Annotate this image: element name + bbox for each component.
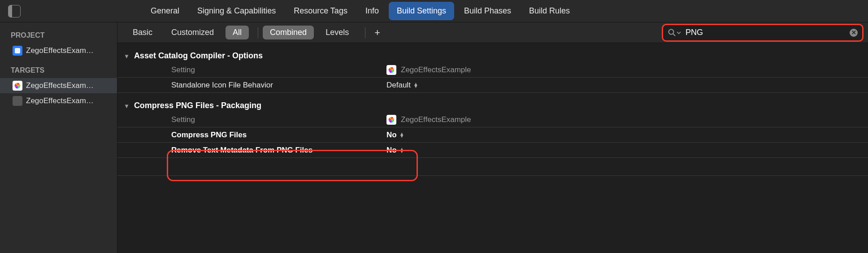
filter-all[interactable]: All (226, 26, 249, 39)
settings-section: ▼ Asset Catalog Compiler - Options Setti… (117, 43, 868, 93)
section-title: Asset Catalog Compiler - Options (134, 51, 263, 61)
panel-toggle-icon[interactable] (8, 5, 21, 17)
search-icon (668, 28, 681, 37)
settings-section: ▼ Compress PNG Files - Packaging Setting (117, 93, 868, 176)
tab-signing[interactable]: Signing & Capabilities (189, 2, 284, 20)
project-navigator: PROJECT ZegoEffectsExam… TARGETS (0, 22, 117, 253)
settings-panel: Basic Customized All Combined Levels + ✕ (117, 22, 868, 253)
sidebar-target-item[interactable]: ZegoEffectsExam… (0, 78, 117, 93)
separator (258, 27, 258, 38)
disclosure-icon: ▼ (124, 53, 130, 60)
search-input[interactable] (686, 28, 850, 37)
tab-info[interactable]: Info (357, 2, 387, 20)
filter-bar: Basic Customized All Combined Levels + ✕ (117, 22, 868, 43)
tab-build-rules[interactable]: Build Rules (521, 2, 578, 20)
svg-rect-0 (15, 48, 20, 53)
sidebar-target-label: ZegoEffectsExam… (26, 96, 94, 105)
setting-row-compress-png[interactable]: Compress PNG Files No ▲▼ (117, 127, 868, 143)
settings-list: ▼ Asset Catalog Compiler - Options Setti… (117, 43, 868, 253)
search-box[interactable]: ✕ (662, 24, 864, 42)
setting-name: Standalone Icon File Behavior (171, 81, 386, 90)
editor-tabs: General Signing & Capabilities Resource … (0, 0, 868, 22)
column-header-value: ZegoEffectsExample (401, 65, 471, 74)
setting-value[interactable]: Default (386, 81, 411, 90)
separator (365, 27, 365, 38)
setting-name: Compress PNG Files (171, 131, 386, 140)
tab-general[interactable]: General (143, 2, 187, 20)
filter-basic[interactable]: Basic (126, 26, 160, 39)
sidebar-project-item[interactable]: ZegoEffectsExam… (0, 43, 117, 58)
setting-name: Remove Text Metadata From PNG Files (171, 146, 386, 155)
stepper-icon: ▲▼ (413, 83, 418, 87)
column-header-setting: Setting (171, 115, 386, 124)
section-title: Compress PNG Files - Packaging (134, 101, 261, 110)
target-icon (13, 81, 22, 91)
setting-row[interactable]: Standalone Icon File Behavior Default ▲▼ (117, 78, 868, 93)
tab-resource-tags[interactable]: Resource Tags (286, 2, 356, 20)
tab-build-phases[interactable]: Build Phases (456, 2, 519, 20)
svg-point-1 (669, 29, 674, 34)
sidebar-target-label: ZegoEffectsExam… (26, 81, 94, 90)
target-icon (386, 65, 396, 75)
setting-row-remove-metadata[interactable]: Remove Text Metadata From PNG Files No ▲… (117, 143, 868, 158)
chevron-down-icon (677, 31, 681, 35)
column-header-row: Setting (117, 112, 868, 127)
column-header-value: ZegoEffectsExample (401, 115, 471, 124)
setting-value[interactable]: No (386, 131, 397, 140)
sidebar-project-label: ZegoEffectsExam… (26, 46, 94, 55)
stepper-icon: ▲▼ (399, 148, 404, 153)
stepper-icon: ▲▼ (399, 133, 404, 137)
target-icon (386, 115, 396, 125)
section-footer (117, 158, 868, 176)
section-header[interactable]: ▼ Asset Catalog Compiler - Options (117, 51, 868, 61)
target-icon (13, 96, 22, 106)
sidebar-header-targets: TARGETS (0, 62, 117, 78)
sidebar-target-item[interactable]: ZegoEffectsExam… (0, 93, 117, 109)
filter-levels[interactable]: Levels (318, 26, 356, 39)
clear-search-icon[interactable]: ✕ (850, 29, 858, 37)
add-button[interactable]: + (370, 27, 385, 39)
project-icon (13, 46, 22, 56)
setting-value[interactable]: No (386, 146, 397, 155)
column-header-row: Setting (117, 62, 868, 78)
disclosure-icon: ▼ (124, 103, 130, 109)
svg-line-2 (673, 34, 675, 36)
filter-customized[interactable]: Customized (164, 26, 221, 39)
sidebar-header-project: PROJECT (0, 27, 117, 43)
filter-combined[interactable]: Combined (263, 26, 314, 39)
column-header-setting: Setting (171, 65, 386, 74)
section-header[interactable]: ▼ Compress PNG Files - Packaging (117, 101, 868, 110)
tab-build-settings[interactable]: Build Settings (389, 2, 454, 20)
